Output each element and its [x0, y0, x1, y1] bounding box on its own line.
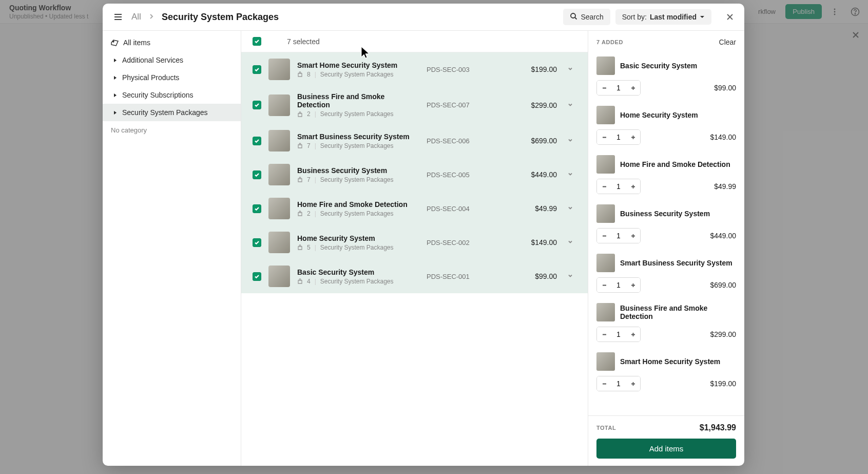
chevron-down-icon[interactable]	[564, 65, 576, 74]
list-row[interactable]: Home Security System 5 | Security System…	[241, 225, 588, 259]
item-name: Basic Security System	[297, 268, 394, 276]
minus-button[interactable]	[597, 278, 611, 292]
row-checkbox[interactable]	[253, 65, 261, 74]
plus-button[interactable]	[626, 81, 640, 95]
category-label: Security System Packages	[122, 108, 208, 117]
list-row[interactable]: Smart Business Security System 7 | Secur…	[241, 124, 588, 158]
item-meta: 2 | Security System Packages	[297, 210, 408, 217]
item-tag: Security System Packages	[320, 110, 394, 118]
list-header: 7 selected	[241, 31, 588, 52]
item-price: $149.00	[506, 238, 557, 247]
clear-button[interactable]: Clear	[719, 38, 736, 46]
plus-button[interactable]	[626, 229, 640, 243]
row-checkbox[interactable]	[253, 170, 261, 179]
category-label: Security Subscriptions	[122, 91, 194, 99]
bag-icon	[297, 278, 303, 284]
quantity-stepper[interactable]: 1	[596, 179, 641, 194]
item-sku: PDS-SEC-004	[427, 205, 498, 213]
plus-button[interactable]	[626, 327, 640, 342]
added-footer: TOTAL $1,943.99 Add items	[588, 415, 744, 466]
chevron-down-icon[interactable]	[564, 204, 576, 213]
quantity-stepper[interactable]: 1	[596, 80, 641, 96]
chevron-down-icon[interactable]	[564, 101, 576, 110]
added-list[interactable]: Basic Security System 1 $99.00 Home Secu…	[588, 51, 744, 415]
chevron-down-icon[interactable]	[564, 136, 576, 145]
chevron-down-icon[interactable]	[564, 238, 576, 247]
quantity-stepper[interactable]: 1	[596, 327, 641, 342]
added-price: $49.99	[714, 182, 736, 191]
plus-button[interactable]	[626, 179, 640, 194]
chevron-down-icon[interactable]	[564, 170, 576, 179]
select-all-checkbox[interactable]	[253, 37, 261, 46]
item-thumbnail	[268, 232, 290, 253]
minus-button[interactable]	[597, 130, 611, 144]
item-price: $199.00	[506, 65, 557, 73]
item-count: 4	[307, 278, 311, 285]
sort-value: Last modified	[650, 13, 697, 21]
sidebar-category[interactable]: Security System Packages	[103, 104, 241, 121]
category-label: Additional Services	[122, 56, 183, 64]
plus-button[interactable]	[626, 376, 640, 391]
quantity-stepper[interactable]: 1	[596, 228, 641, 243]
search-button[interactable]: Search	[563, 9, 610, 25]
item-name: Smart Home Security System	[297, 61, 397, 69]
item-sku: PDS-SEC-005	[427, 171, 498, 179]
item-name: Business Fire and Smoke Detection	[297, 92, 419, 109]
item-thumbnail	[268, 59, 290, 80]
item-meta: 2 | Security System Packages	[297, 110, 419, 118]
breadcrumb-root[interactable]: All	[131, 12, 141, 22]
item-meta: 8 | Security System Packages	[297, 71, 397, 78]
item-meta: 5 | Security System Packages	[297, 244, 394, 251]
added-price: $449.00	[710, 232, 736, 240]
added-item: Smart Home Security System 1 $199.00	[596, 347, 736, 396]
plus-button[interactable]	[626, 278, 640, 292]
total-label: TOTAL	[596, 425, 616, 431]
row-checkbox[interactable]	[253, 272, 261, 281]
sidebar-category[interactable]: Physical Products	[103, 69, 241, 86]
item-count: 2	[307, 110, 311, 118]
item-list[interactable]: Smart Home Security System 8 | Security …	[241, 52, 588, 466]
minus-button[interactable]	[597, 81, 611, 95]
list-row[interactable]: Business Fire and Smoke Detection 2 | Se…	[241, 86, 588, 124]
close-modal-button[interactable]	[723, 10, 737, 24]
hamburger-icon[interactable]	[110, 9, 126, 25]
added-name: Home Fire and Smoke Detection	[620, 160, 736, 168]
search-icon	[570, 12, 577, 22]
modal-header: All Security System Packages Search Sort…	[103, 4, 744, 31]
add-items-button[interactable]: Add items	[596, 439, 736, 459]
plus-button[interactable]	[626, 130, 640, 144]
item-thumbnail	[268, 198, 290, 219]
item-name: Smart Business Security System	[297, 132, 410, 141]
row-checkbox[interactable]	[253, 137, 261, 145]
sort-button[interactable]: Sort by: Last modified	[615, 9, 711, 25]
category-sidebar: All items Additional Services Physical P…	[103, 31, 241, 466]
added-price: $699.00	[710, 281, 736, 289]
added-name: Smart Business Security System	[620, 259, 736, 267]
list-row[interactable]: Basic Security System 4 | Security Syste…	[241, 259, 588, 293]
minus-button[interactable]	[597, 229, 611, 243]
quantity-stepper[interactable]: 1	[596, 376, 641, 391]
row-checkbox[interactable]	[253, 238, 261, 247]
quantity-stepper[interactable]: 1	[596, 129, 641, 145]
added-name: Smart Home Security System	[620, 357, 736, 366]
row-checkbox[interactable]	[253, 101, 261, 109]
list-row[interactable]: Home Fire and Smoke Detection 2 | Securi…	[241, 192, 588, 225]
minus-button[interactable]	[597, 376, 611, 391]
svg-point-5	[571, 13, 575, 18]
sidebar-category[interactable]: Additional Services	[103, 51, 241, 69]
quantity-value: 1	[611, 380, 626, 388]
sidebar-category[interactable]: Security Subscriptions	[103, 86, 241, 104]
minus-button[interactable]	[597, 179, 611, 194]
list-row[interactable]: Business Security System 7 | Security Sy…	[241, 158, 588, 192]
all-items-link[interactable]: All items	[103, 34, 241, 51]
chevron-down-icon[interactable]	[564, 272, 576, 281]
item-meta: 7 | Security System Packages	[297, 142, 410, 149]
minus-button[interactable]	[597, 327, 611, 342]
list-row[interactable]: Smart Home Security System 8 | Security …	[241, 52, 588, 86]
added-name: Business Fire and Smoke Detection	[620, 304, 736, 320]
item-count: 8	[307, 71, 311, 78]
quantity-stepper[interactable]: 1	[596, 277, 641, 293]
item-tag: Security System Packages	[320, 71, 394, 78]
added-thumbnail	[596, 155, 615, 174]
row-checkbox[interactable]	[253, 204, 261, 213]
